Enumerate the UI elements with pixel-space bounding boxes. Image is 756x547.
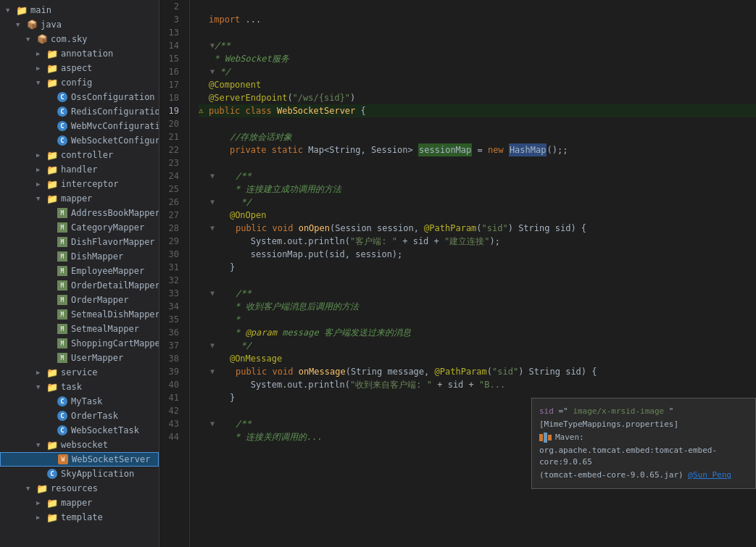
code-text (215, 365, 236, 378)
tree-ossconfiguration[interactable]: C OssConfiguration (0, 90, 159, 104)
tree-skyapplication[interactable]: C SkyApplication (0, 467, 159, 481)
mapper-icon: M (57, 251, 68, 262)
tree-mapper[interactable]: ▼ 📁 mapper (0, 191, 159, 206)
tree-java[interactable]: ▼ 📦 java (0, 17, 159, 32)
tree-websocket[interactable]: ▼ 📁 websocket (0, 438, 159, 452)
tree-webmvcconfiguration[interactable]: C WebMvcConfiguration (0, 119, 159, 133)
folder-icon: 📁 (46, 62, 58, 74)
tree-websocketserver[interactable]: W WebSocketServer (0, 452, 159, 467)
tree-dishmapper[interactable]: M DishMapper (0, 249, 159, 264)
tree-addressbookmapper[interactable]: M AddressBookMapper (0, 206, 159, 220)
code-text: (String message, (346, 365, 435, 378)
tree-comsky[interactable]: ▼ 📦 com.sky (0, 32, 159, 46)
line-num: 36 (159, 326, 183, 339)
line-num: 2 (159, 0, 183, 13)
ws-class-icon: W (57, 454, 69, 465)
folder-icon: 📁 (46, 164, 58, 175)
code-string: "sid" (492, 365, 518, 378)
mapper-icon: M (57, 280, 68, 291)
tree-shoppingcartmapper[interactable]: M ShoppingCartMapper (0, 336, 159, 351)
tooltip-group-line: org.apache.tomcat.embed:tomcat-embed-cor… (539, 445, 748, 468)
mapper-icon: M (57, 222, 68, 233)
tooltip-jar-line: (tomcat-embed-core-9.0.65.jar) @Sun Peng (539, 469, 748, 481)
tree-setmealdishmapper[interactable]: M SetmealDishMapper (0, 307, 159, 322)
tree-categorymapper[interactable]: M CategoryMapper (0, 220, 159, 235)
code-comment: * 连接关闭调用的... (209, 430, 322, 443)
line-num: 13 (159, 26, 183, 39)
code-keyword: public (209, 104, 240, 117)
folder-icon: 📁 (46, 497, 58, 509)
line-num: 38 (159, 352, 183, 365)
tree-task[interactable]: ▼ 📁 task (0, 380, 159, 394)
code-text (267, 365, 272, 378)
tree-handler[interactable]: ▶ 📁 handler (0, 162, 159, 177)
sidebar-item-label: WebSocketTask (71, 425, 139, 435)
code-text: ) String sid) { (518, 365, 597, 378)
code-text: System.out.println( (209, 235, 350, 248)
arrow-icon: ▼ (26, 36, 36, 43)
code-line: ▼ */ (199, 339, 756, 352)
code-comment: /** (215, 39, 230, 52)
maven-bar1 (539, 434, 543, 441)
tooltip-jar: (tomcat-embed-core-9.0.65.jar) (539, 470, 684, 480)
code-line: * @param message 客户端发送过来的消息 (199, 326, 756, 339)
tree-ordermapper[interactable]: M OrderMapper (0, 293, 159, 307)
tree-root-main[interactable]: ▼ 📁 main (0, 3, 159, 17)
code-annotation: @OnOpen (230, 209, 267, 222)
tree-websocketconfiguration[interactable]: C WebSocketConfiguration (0, 133, 159, 148)
line-num: 17 (159, 78, 183, 91)
code-line: @Component (199, 78, 756, 91)
code-comment: */ (215, 339, 252, 352)
code-line (199, 0, 756, 13)
arrow-icon: ▼ (36, 195, 46, 202)
sidebar-item-label: OrderMapper (71, 295, 128, 305)
code-editor[interactable]: 2 3 13 14 15 16 17 18 19 20 21 22 23 24 … (159, 0, 756, 547)
code-line: import ... (199, 13, 756, 26)
folder-icon: 📁 (46, 77, 58, 88)
tree-service[interactable]: ▶ 📁 service (0, 365, 159, 380)
arrow-icon: ▼ (6, 7, 16, 14)
code-annotation: @PathParam (424, 222, 476, 235)
tree-redisconfiguration[interactable]: C RedisConfiguration (0, 104, 159, 119)
file-tree[interactable]: ▼ 📁 main ▼ 📦 java ▼ 📦 com.sky ▶ 📁 annota… (0, 0, 159, 547)
code-line: @ServerEndpoint("/ws/{sid}") (199, 91, 756, 104)
tree-interceptor[interactable]: ▶ 📁 interceptor (0, 177, 159, 191)
tree-config[interactable]: ▼ 📁 config (0, 75, 159, 90)
tooltip-author-link[interactable]: @Sun Peng (688, 470, 731, 480)
sidebar-item-label: RedisConfiguration (71, 107, 159, 117)
tree-orderdetailmapper[interactable]: M OrderDetailMapper (0, 278, 159, 293)
class-icon: C (57, 410, 68, 422)
sidebar-item-label: task (61, 382, 82, 392)
tooltip-close-quote: " (669, 406, 674, 416)
folder-icon: 📁 (46, 149, 58, 161)
tree-resources[interactable]: ▼ 📁 resources (0, 481, 159, 496)
sidebar-item-label: WebSocketServer (72, 454, 150, 464)
folder-icon: 📁 (46, 381, 58, 393)
tree-mapper-resources[interactable]: ▶ 📁 mapper (0, 496, 159, 510)
tree-setmealmapper[interactable]: M SetmealMapper (0, 322, 159, 336)
code-annotation: @PathParam (435, 365, 487, 378)
code-content[interactable]: import ... ▼ /** * WebSocket服务 ▼ (190, 0, 756, 547)
code-line: ▼ public void onMessage (String message,… (199, 365, 756, 378)
tree-annotation[interactable]: ▶ 📁 annotation (0, 46, 159, 61)
code-string: "建立连接" (444, 235, 489, 248)
tree-usermapper[interactable]: M UserMapper (0, 351, 159, 365)
arrow-icon: ▶ (36, 166, 46, 173)
mapper-icon: M (57, 338, 68, 349)
class-icon: C (57, 91, 68, 103)
mapper-icon: M (57, 309, 68, 320)
tree-dishflavormapper[interactable]: M DishFlavorMapper (0, 235, 159, 249)
tree-template[interactable]: ▶ 📁 template (0, 510, 159, 525)
code-text (266, 143, 271, 156)
code-line: ▼ /** (199, 287, 756, 300)
tree-aspect[interactable]: ▶ 📁 aspect (0, 61, 159, 75)
code-keyword: public (236, 222, 267, 235)
tree-controller[interactable]: ▶ 📁 controller (0, 148, 159, 162)
tree-websockettask[interactable]: C WebSocketTask (0, 423, 159, 438)
tree-employeemapper[interactable]: M EmployeeMapper (0, 264, 159, 278)
tree-ordertask[interactable]: C OrderTask (0, 409, 159, 423)
tree-mytask[interactable]: C MyTask (0, 394, 159, 409)
arrow-icon: ▼ (16, 21, 26, 28)
line-num: 3 (159, 13, 183, 26)
code-comment: /** (215, 170, 252, 183)
